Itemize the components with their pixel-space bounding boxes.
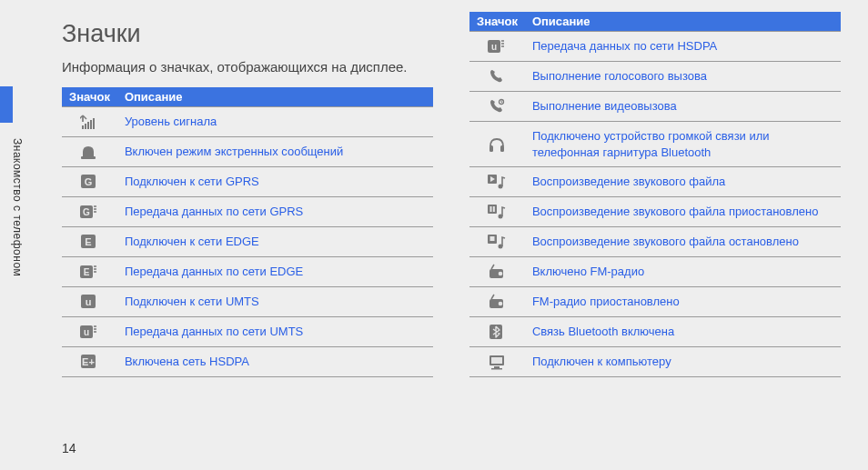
svg-rect-7	[93, 118, 95, 129]
svg-rect-32	[488, 205, 497, 214]
th-desc: Описание	[525, 12, 841, 32]
table-row: EПодключен к сети EDGE	[62, 227, 433, 257]
description-cell: Передача данных по сети HSDPA	[525, 32, 841, 62]
svg-rect-47	[491, 357, 502, 364]
table-row: Включен режим экстренных сообщений	[62, 137, 433, 167]
emergency-icon	[62, 137, 117, 167]
svg-line-27	[501, 102, 502, 103]
table-row: Подключено устройство громкой связи или …	[469, 122, 841, 167]
description-cell: Подключен к сети GPRS	[117, 167, 433, 197]
description-cell: Выполнение голосового вызова	[525, 62, 841, 92]
svg-rect-33	[490, 206, 492, 212]
fm-on-icon	[469, 257, 525, 287]
th-icon: Значок	[469, 12, 525, 32]
svg-rect-29	[500, 145, 504, 152]
svg-rect-49	[491, 368, 502, 370]
fm-pause-icon	[469, 287, 525, 317]
svg-rect-48	[494, 366, 500, 368]
svg-point-40	[499, 272, 503, 276]
pause-icon	[469, 197, 525, 227]
svg-line-44	[491, 295, 494, 299]
bluetooth-icon	[469, 317, 525, 347]
description-cell: Уровень сигнала	[117, 107, 433, 137]
description-cell: Подключен к сети EDGE	[117, 227, 433, 257]
edge-icon: E	[62, 227, 117, 257]
description-cell: Передача данных по сети EDGE	[117, 257, 433, 287]
table-row: EПередача данных по сети EDGE	[62, 257, 433, 287]
table-row: uПередача данных по сети UMTS	[62, 317, 433, 347]
table-row: Воспроизведение звукового файла	[469, 167, 841, 197]
svg-point-43	[499, 302, 503, 306]
svg-text:G: G	[85, 176, 93, 187]
svg-text:u: u	[86, 296, 92, 307]
svg-rect-37	[490, 236, 495, 241]
description-cell: Связь Bluetooth включена	[525, 317, 841, 347]
table-row: Выполнение голосового вызова	[469, 62, 841, 92]
gprs-icon: G	[62, 167, 117, 197]
svg-rect-5	[87, 122, 89, 129]
th-desc: Описание	[117, 87, 433, 107]
description-cell: FM-радио приостановлено	[525, 287, 841, 317]
headphones-icon	[469, 122, 525, 167]
video-call-icon	[469, 92, 525, 122]
svg-text:u: u	[84, 327, 89, 337]
description-cell: Подключен к компьютеру	[525, 347, 841, 377]
description-cell: Подключен к сети UMTS	[117, 287, 433, 317]
icon-table-left: Значок Описание Уровень сигналаВключен р…	[62, 87, 433, 377]
svg-rect-28	[490, 145, 493, 152]
description-cell: Воспроизведение звукового файла остановл…	[525, 227, 841, 257]
svg-text:E+: E+	[83, 356, 96, 367]
edge-tx-icon: E	[62, 257, 117, 287]
page-number: 14	[62, 441, 76, 455]
play-icon	[469, 167, 525, 197]
description-cell: Воспроизведение звукового файла	[525, 167, 841, 197]
th-icon: Значок	[62, 87, 117, 107]
table-row: Воспроизведение звукового файла остановл…	[469, 227, 841, 257]
call-icon	[469, 62, 525, 92]
side-section-label: Знакомство с телефоном	[11, 138, 24, 276]
svg-rect-4	[85, 124, 86, 129]
svg-line-41	[491, 265, 494, 269]
hsdpa-tx-icon: u	[469, 32, 525, 62]
signal-icon	[62, 107, 117, 137]
table-row: Включено FM-радио	[469, 257, 841, 287]
table-row: Выполнение видеовызова	[469, 92, 841, 122]
svg-text:E: E	[86, 236, 92, 247]
svg-rect-3	[82, 125, 84, 129]
table-row: Подключен к компьютеру	[469, 347, 841, 377]
svg-rect-34	[493, 206, 495, 212]
table-row: uПередача данных по сети HSDPA	[469, 32, 841, 62]
table-row: GПодключен к сети GPRS	[62, 167, 433, 197]
svg-text:u: u	[491, 42, 497, 52]
table-row: Уровень сигнала	[62, 107, 433, 137]
icon-table-right: Значок Описание uПередача данных по сети…	[469, 12, 841, 377]
umts-tx-icon: u	[62, 317, 117, 347]
description-cell: Выполнение видеовызова	[525, 92, 841, 122]
hsdpa-on-icon: E+	[62, 347, 117, 377]
description-cell: Передача данных по сети GPRS	[117, 197, 433, 227]
svg-rect-8	[81, 156, 96, 159]
umts-icon: u	[62, 287, 117, 317]
description-cell: Передача данных по сети UMTS	[117, 317, 433, 347]
svg-text:G: G	[84, 207, 91, 217]
description-cell: Подключено устройство громкой связи или …	[525, 122, 841, 167]
table-row: Воспроизведение звукового файла приостан…	[469, 197, 841, 227]
stop-icon	[469, 227, 525, 257]
description-cell: Включена сеть HSDPA	[117, 347, 433, 377]
intro-text: Информация о значках, отображающихся на …	[62, 57, 408, 76]
gprs-tx-icon: G	[62, 197, 117, 227]
description-cell: Включено FM-радио	[525, 257, 841, 287]
svg-rect-6	[90, 120, 92, 129]
table-row: E+Включена сеть HSDPA	[62, 347, 433, 377]
svg-text:E: E	[84, 267, 90, 277]
description-cell: Включен режим экстренных сообщений	[117, 137, 433, 167]
table-row: GПередача данных по сети GPRS	[62, 197, 433, 227]
pc-icon	[469, 347, 525, 377]
table-row: Связь Bluetooth включена	[469, 317, 841, 347]
table-row: uПодключен к сети UMTS	[62, 287, 433, 317]
table-row: FM-радио приостановлено	[469, 287, 841, 317]
description-cell: Воспроизведение звукового файла приостан…	[525, 197, 841, 227]
side-accent-bar	[0, 86, 13, 123]
